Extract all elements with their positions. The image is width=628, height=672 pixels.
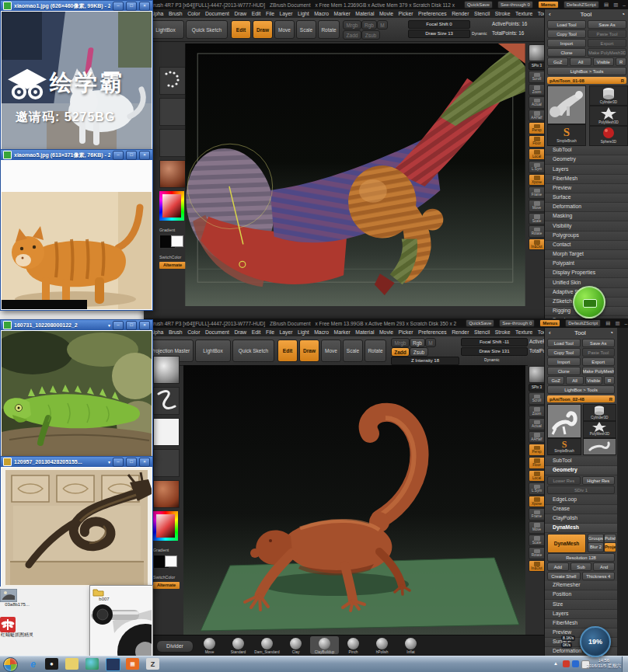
see-through-slider[interactable]: See-through 0 xyxy=(497,1,533,9)
overlay-badge-green[interactable] xyxy=(573,286,605,319)
menu-item[interactable]: Color xyxy=(187,11,200,16)
menu-item[interactable]: Stroke xyxy=(495,329,511,335)
menu-item[interactable]: Light xyxy=(298,11,309,16)
maximize-button[interactable]: □ xyxy=(126,321,137,330)
see-through-slider[interactable]: See-through 0 xyxy=(499,319,535,327)
doc2-icon[interactable]: ▥ xyxy=(613,2,618,8)
stroke-thumbnail[interactable] xyxy=(159,98,186,126)
taskbar-icon-folder-app[interactable] xyxy=(65,658,78,670)
tool-section[interactable]: Display Properties xyxy=(545,269,628,278)
menu-item[interactable]: Preferences xyxy=(418,11,447,16)
tool-section[interactable]: SubTool xyxy=(545,146,628,155)
tool-section[interactable]: FiberMesh xyxy=(545,175,628,184)
zadd-button[interactable]: Zadd xyxy=(343,30,361,40)
move-mode-button[interactable]: Move xyxy=(274,20,295,39)
shelf-button[interactable]: Xpose xyxy=(529,174,546,186)
m-button[interactable]: M xyxy=(377,20,388,30)
draw-mode-button[interactable]: Draw xyxy=(299,339,319,362)
shelf-button[interactable]: Floor xyxy=(529,457,546,469)
menu-item[interactable]: Layer xyxy=(279,11,292,16)
scale-mode-button[interactable]: Scale xyxy=(343,339,363,362)
resolution-slider[interactable]: Resolution 128 xyxy=(547,553,615,562)
desktop-icon-reddragonfly[interactable]: 红蜻蜓抓图精灵 xyxy=(0,617,34,638)
shelf-button[interactable]: Actual xyxy=(529,418,546,430)
color-swatches[interactable] xyxy=(159,235,186,248)
menus-toggle-button[interactable]: Menus xyxy=(539,319,560,327)
minimize-button[interactable]: – xyxy=(113,151,124,160)
shelf-button[interactable]: Actual xyxy=(529,96,546,109)
shelf-button[interactable]: Rotate xyxy=(529,225,546,238)
make-polymesh3d-button[interactable]: Make PolyMesh3D xyxy=(588,48,626,57)
taskbar-icon-ie[interactable]: e xyxy=(26,658,40,670)
taskbar-icon-photoshop[interactable] xyxy=(106,658,120,671)
tool-thumb-current[interactable] xyxy=(547,404,581,438)
menu-item[interactable]: Material xyxy=(355,329,374,335)
draw-size-slider[interactable]: Draw Size 13 xyxy=(408,30,470,38)
material-preview-icon[interactable] xyxy=(529,366,546,383)
menu-item[interactable]: Brush xyxy=(169,11,183,16)
menu-item[interactable]: Render xyxy=(452,11,469,16)
shelf-button[interactable]: Scale xyxy=(529,213,546,225)
goz-visible-button[interactable]: Visible xyxy=(593,57,614,66)
tray-icon-red[interactable] xyxy=(563,660,570,667)
tool-thumb-cylinder3d[interactable]: Cylinder3D xyxy=(589,85,628,106)
tool-thumb-polymesh3d[interactable]: PolyMesh3D xyxy=(583,421,616,438)
m-button[interactable]: M xyxy=(425,338,436,347)
doc-icon[interactable]: ▤ xyxy=(604,2,609,8)
brush-preset[interactable]: Inflat xyxy=(396,636,425,654)
stroke-thumbnail[interactable] xyxy=(153,387,180,415)
shelf-button[interactable]: Move xyxy=(529,521,546,534)
shelf-button[interactable]: Frame xyxy=(529,508,546,521)
shelf-button[interactable]: Local xyxy=(529,470,546,482)
close-button[interactable]: × xyxy=(139,321,150,330)
copy-tool-button[interactable]: Copy Tool xyxy=(547,30,586,38)
color-picker[interactable] xyxy=(159,191,184,221)
goz-visible-button[interactable]: Visible xyxy=(585,376,602,385)
brush-preset[interactable]: Dam_Standard xyxy=(253,636,281,654)
focal-shift-slider[interactable]: Focal Shift 0 xyxy=(408,20,470,29)
menu-item[interactable]: Color xyxy=(187,329,200,335)
menu-item[interactable]: Marker xyxy=(334,329,351,335)
tool-thumb-sphere3d[interactable]: Sphere3D xyxy=(589,126,628,146)
alternate-button[interactable]: Alternate xyxy=(159,262,186,269)
collapse-chevron-icon[interactable]: ‹ xyxy=(549,11,551,18)
desktop-icon-folder[interactable]: b007 xyxy=(92,588,116,602)
quick-sketch-button[interactable]: Quick Sketch xyxy=(186,20,228,39)
thickness-slider[interactable]: Thickness 4 xyxy=(582,572,616,580)
material-thumbnail[interactable] xyxy=(153,480,180,508)
goz-button[interactable]: GoZ xyxy=(547,57,568,66)
quick-sketch-button[interactable]: Quick Sketch xyxy=(232,339,274,362)
shelf-button[interactable]: Frame xyxy=(529,186,546,199)
titlebar[interactable]: 160731_102208000122_2 ▾ – □ × xyxy=(1,320,152,330)
goz-button[interactable]: GoZ xyxy=(547,376,564,385)
tool-section[interactable]: Surface xyxy=(545,193,628,203)
minimize-icon[interactable]: – xyxy=(623,2,626,8)
zremesher-section[interactable]: ZRemesher xyxy=(545,581,617,590)
shelf-button[interactable]: Scroll xyxy=(529,392,546,405)
current-tool-preset[interactable]: pAniToon_01-08 R xyxy=(547,77,626,84)
tool-panel-header[interactable]: ‹ Tool ◔ xyxy=(545,9,628,19)
menu-item[interactable]: Picker xyxy=(399,11,413,16)
minimize-button[interactable]: – xyxy=(113,321,124,330)
draw-mode-button[interactable]: Draw xyxy=(253,20,273,39)
import-button[interactable]: Import xyxy=(547,39,586,47)
alternate-button[interactable]: Alternate xyxy=(153,582,180,589)
tool-section[interactable]: Layers xyxy=(545,610,617,619)
desktop-icon-image[interactable]: 03a8b175... xyxy=(0,589,34,608)
tool-thumb-polymesh3d[interactable]: PolyMesh3D xyxy=(589,106,628,126)
spix-slider[interactable]: SPix 3 xyxy=(529,62,546,70)
dropdown-icon[interactable]: ▾ xyxy=(108,459,110,465)
create-shell-button[interactable]: Create Shell xyxy=(547,572,581,580)
brush-preset[interactable]: hPolish xyxy=(368,636,396,654)
titlebar[interactable]: xiaomao1.jpg (626×460像素, 99KB) - 22 – □ … xyxy=(1,1,152,11)
current-tool-preset[interactable]: pAniToon_02-48 R xyxy=(547,395,615,402)
shelf-button[interactable]: Scale xyxy=(529,534,546,547)
shelf-button[interactable]: AAHalf xyxy=(529,431,546,444)
import-button[interactable]: Import xyxy=(547,357,581,366)
clone-button[interactable]: Clone xyxy=(547,48,586,57)
zsphere-canvas[interactable] xyxy=(185,44,525,306)
menu-item[interactable]: Light xyxy=(298,329,309,335)
menu-item[interactable]: Render xyxy=(452,329,469,335)
save-as-button[interactable]: Save As xyxy=(582,339,616,347)
blur-slider[interactable]: Blur 2 xyxy=(588,542,604,552)
